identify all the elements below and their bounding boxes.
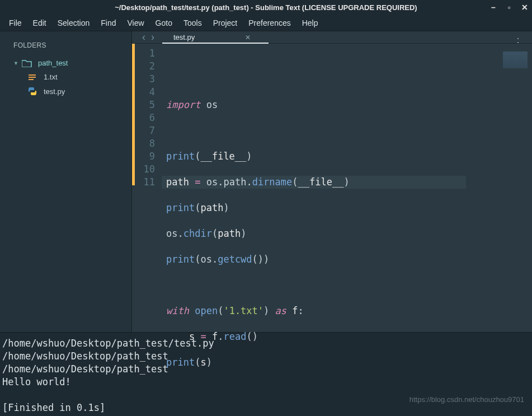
line-number: 1 <box>135 47 155 60</box>
token: path <box>200 202 223 213</box>
menu-bar: File Edit Selection Find View Goto Tools… <box>0 15 532 31</box>
token: __file__ <box>298 176 344 188</box>
nav-forward-icon[interactable]: › <box>151 31 154 43</box>
token: f <box>292 305 298 316</box>
token: chdir <box>183 228 212 239</box>
token: print <box>166 357 195 368</box>
line-number: 2 <box>135 60 155 73</box>
menu-preferences[interactable]: Preferences <box>243 16 296 30</box>
sidebar: FOLDERS ▼ path_test 1.txt <box>0 31 132 332</box>
token: os <box>200 254 211 265</box>
menu-project[interactable]: Project <box>208 16 243 30</box>
line-number: 8 <box>135 137 155 150</box>
text-file-icon <box>27 73 38 81</box>
line-number: 5 <box>135 99 155 111</box>
line-number: 9 <box>135 150 155 163</box>
python-file-icon <box>27 87 38 96</box>
sidebar-file-label: test.py <box>44 87 65 96</box>
token: os <box>206 99 218 110</box>
tab-testpy[interactable]: test.py ✕ <box>162 31 262 43</box>
editor-pane: ‹ › test.py ✕ ⋮ 1 2 3 4 5 6 7 8 9 10 <box>132 31 532 332</box>
code-content[interactable]: import os print(__file__) path = os.path… <box>162 44 501 416</box>
token: read <box>223 331 246 342</box>
window-controls: – ▫ ✕ <box>489 0 529 15</box>
keyword-import: import <box>166 99 200 110</box>
sidebar-folder-label: path_test <box>38 59 68 67</box>
menu-edit[interactable]: Edit <box>27 16 52 30</box>
token: open <box>195 305 218 316</box>
nav-arrows: ‹ › <box>138 31 162 43</box>
menu-tools[interactable]: Tools <box>178 16 208 30</box>
watermark: https://blog.csdn.net/chouzhou9701 <box>409 393 524 406</box>
window-title: ~/Desktop/path_test/test.py (path_test) … <box>115 3 417 12</box>
keyword-as: as <box>275 305 286 316</box>
line-number: 6 <box>135 111 155 124</box>
line-number: 3 <box>135 73 155 86</box>
token: print <box>166 202 195 213</box>
token: os <box>166 228 177 239</box>
token: path <box>166 176 189 188</box>
token: getcwd <box>218 254 252 265</box>
close-icon[interactable]: ✕ <box>521 3 529 12</box>
sidebar-section-title: FOLDERS <box>0 36 131 56</box>
token: print <box>166 151 195 162</box>
token: s <box>200 357 206 368</box>
token: path <box>223 176 246 188</box>
menu-help[interactable]: Help <box>296 16 324 30</box>
token: dirname <box>252 176 293 188</box>
tab-label: test.py <box>173 33 195 41</box>
token: __file__ <box>200 151 246 162</box>
token: path <box>218 228 241 239</box>
main-area: FOLDERS ▼ path_test 1.txt <box>0 31 532 332</box>
line-number: 10 <box>135 163 155 176</box>
chevron-down-icon: ▼ <box>13 60 19 66</box>
menu-file[interactable]: File <box>3 16 27 30</box>
token: '1.txt' <box>223 305 263 316</box>
sidebar-file-label: 1.txt <box>44 73 58 81</box>
line-number: 11 <box>135 176 155 189</box>
menu-find[interactable]: Find <box>95 16 121 30</box>
tab-close-icon[interactable]: ✕ <box>245 34 251 41</box>
token: f <box>212 331 218 342</box>
maximize-icon[interactable]: ▫ <box>505 3 513 12</box>
sidebar-folder-root[interactable]: ▼ path_test <box>0 56 131 70</box>
line-number: 7 <box>135 124 155 137</box>
code-area[interactable]: 1 2 3 4 5 6 7 8 9 10 11 import os print(… <box>132 44 532 416</box>
folder-icon <box>21 59 32 67</box>
title-bar: ~/Desktop/path_test/test.py (path_test) … <box>0 0 532 15</box>
sidebar-file-txt[interactable]: 1.txt <box>0 70 131 84</box>
token: s <box>189 331 195 342</box>
keyword-with: with <box>166 305 189 316</box>
tab-bar: ‹ › test.py ✕ ⋮ <box>132 31 532 44</box>
menu-selection[interactable]: Selection <box>52 16 96 30</box>
menu-goto[interactable]: Goto <box>150 16 178 30</box>
sidebar-file-testpy[interactable]: test.py <box>0 84 131 99</box>
minimize-icon[interactable]: – <box>489 3 497 12</box>
token: print <box>166 254 195 265</box>
nav-back-icon[interactable]: ‹ <box>142 31 145 43</box>
token: os <box>206 176 218 188</box>
minimap-preview <box>503 52 528 68</box>
line-number: 4 <box>135 86 155 99</box>
menu-view[interactable]: View <box>122 16 150 30</box>
